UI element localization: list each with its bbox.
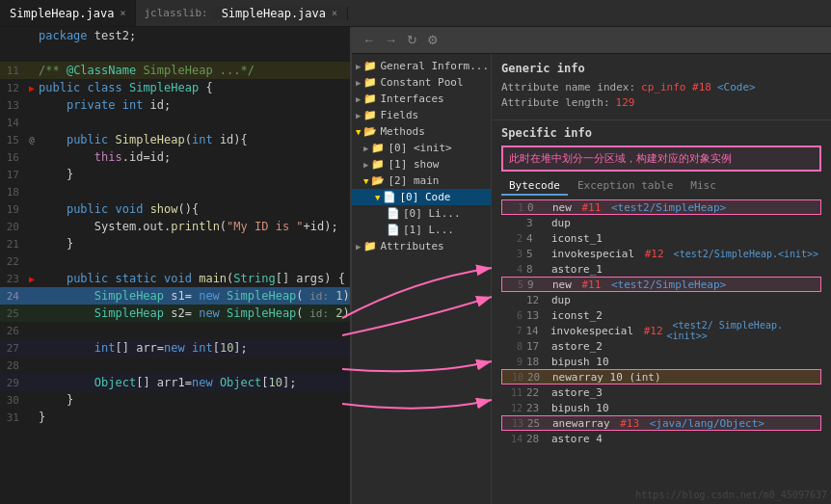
tab-bytecode[interactable]: Bytecode bbox=[501, 177, 568, 196]
bc-row-astore1: 4 8 astore_1 bbox=[501, 261, 821, 277]
tree-label-interfaces: Interfaces bbox=[380, 93, 443, 105]
folder-icon4: 📁 bbox=[363, 109, 377, 121]
bc-row-dup2: 12 dup bbox=[501, 292, 821, 307]
right-body: ▶ 📁 General Inform... ▶ 📁 Constant Pool … bbox=[352, 54, 831, 504]
tree-label-li0: [0] Li... bbox=[403, 207, 461, 220]
specific-description-box: 此时在堆中划分一分区域，构建对应的对象实例 bbox=[501, 146, 821, 172]
bc-row-newarray: 10 20 newarray 10 (int) bbox=[501, 369, 821, 385]
folder-icon2: 📁 bbox=[363, 76, 377, 89]
code-line: 21 } bbox=[0, 235, 350, 252]
arrow-icon3: ▶ bbox=[356, 94, 361, 104]
arrow-icon5: ▼ bbox=[356, 127, 361, 137]
arrow-icon: ▶ bbox=[356, 62, 361, 71]
code-line: 19 public void show(){ bbox=[0, 200, 350, 218]
watermark: https://blog.csdn.net/m0_45097637 bbox=[635, 490, 827, 500]
right-tab-label: SimpleHeap.java bbox=[222, 7, 326, 20]
tree-item-main[interactable]: ▼ 📂 [2] main bbox=[352, 172, 491, 189]
tree-label-constant-pool: Constant Pool bbox=[380, 76, 463, 89]
breakpoint-icon: ▶ bbox=[29, 83, 35, 93]
file-icon1: 📄 bbox=[383, 191, 396, 203]
bc-row-astore3: 11 22 astore_3 bbox=[501, 385, 821, 400]
file-icon3: 📄 bbox=[387, 224, 400, 236]
file-icon2: 📄 bbox=[387, 207, 400, 220]
code-line: 18 bbox=[0, 183, 350, 200]
left-tab-close[interactable]: × bbox=[120, 8, 125, 18]
code-line: 20 System.out.println("My ID is "+id); bbox=[0, 218, 350, 235]
generic-info-section: Generic info Attribute name index: cp_in… bbox=[492, 54, 831, 120]
code-line: 12 ▶ public class SimpleHeap { bbox=[0, 79, 350, 96]
tree-label-methods: Methods bbox=[380, 125, 424, 138]
tree-label-fields: Fields bbox=[380, 109, 418, 121]
attr-length-row: Attribute length: 129 bbox=[501, 96, 821, 109]
attr-name-label: Attribute name index: bbox=[501, 81, 635, 93]
tree-item-show[interactable]: ▶ 📁 [1] show bbox=[352, 156, 491, 172]
refresh-button[interactable]: ↻ bbox=[404, 31, 420, 49]
code-line: 23 ▶ public static void main(String[] ar… bbox=[0, 270, 350, 287]
bc-row-invspec2: 7 14 invokespecial #12 <test2/ SimpleHea… bbox=[501, 323, 821, 338]
tree-item-interfaces[interactable]: ▶ 📁 Interfaces bbox=[352, 91, 491, 107]
tree-item-li0[interactable]: 📄 [0] Li... bbox=[352, 205, 491, 222]
attr-name-value: cp_info #18 bbox=[641, 81, 711, 93]
code-line: 30 } bbox=[0, 391, 350, 409]
tree-label-li1: [1] L... bbox=[403, 224, 454, 236]
bc-row-dup1: 3 dup bbox=[501, 215, 821, 230]
code-line-arr1: 29 Object[] arr1=new Object[10]; bbox=[0, 374, 350, 391]
code-area: package test2; 11 /** @ClassName SimpleH… bbox=[0, 27, 350, 504]
tab-exception-table[interactable]: Exception table bbox=[570, 177, 681, 196]
folder-icon7: 📁 bbox=[371, 158, 385, 171]
forward-button[interactable]: → bbox=[382, 31, 400, 49]
attr-length-value: 129 bbox=[616, 96, 635, 109]
right-tab[interactable]: SimpleHeap.java × bbox=[212, 7, 348, 20]
arrow-icon7: ▶ bbox=[363, 160, 368, 170]
tree-item-code[interactable]: ▼ 📄 [0] Code bbox=[352, 189, 491, 205]
bc-row-astore4: 14 28 astore 4 bbox=[501, 431, 821, 446]
generic-info-title: Generic info bbox=[501, 62, 821, 75]
code-line-arr: 27 int[] arr=new int[10]; bbox=[0, 339, 350, 357]
right-tab-close[interactable]: × bbox=[332, 8, 337, 18]
title-bar: SimpleHeap.java × jclasslib: SimpleHeap.… bbox=[0, 0, 831, 27]
arrow-icon10: ▶ bbox=[356, 242, 361, 252]
tree-item-attributes[interactable]: ▶ 📁 Attributes bbox=[352, 238, 491, 254]
attr-length-label: Attribute length: bbox=[501, 96, 610, 109]
folder-icon3: 📁 bbox=[363, 93, 377, 105]
specific-info-title: Specific info bbox=[501, 126, 821, 140]
back-button[interactable]: ← bbox=[360, 31, 378, 49]
folder-icon5: 📂 bbox=[363, 125, 377, 138]
tree-panel[interactable]: ▶ 📁 General Inform... ▶ 📁 Constant Pool … bbox=[352, 54, 492, 504]
tree-label-attributes: Attributes bbox=[380, 240, 443, 252]
tab-misc[interactable]: Misc bbox=[683, 177, 724, 196]
bytecode-tabs: Bytecode Exception table Misc bbox=[501, 177, 821, 196]
code-panel: package test2; 11 /** @ClassName SimpleH… bbox=[0, 27, 352, 504]
code-line: 22 bbox=[0, 252, 350, 270]
arrow-icon8: ▼ bbox=[363, 176, 368, 186]
folder-icon8: 📂 bbox=[371, 174, 385, 187]
code-line: 16 this.id=id; bbox=[0, 148, 350, 166]
left-tab[interactable]: SimpleHeap.java × bbox=[0, 0, 136, 26]
folder-icon6: 📁 bbox=[371, 142, 385, 154]
tree-item-constant-pool[interactable]: ▶ 📁 Constant Pool bbox=[352, 74, 491, 91]
tree-item-methods[interactable]: ▼ 📂 Methods bbox=[352, 123, 491, 140]
arrow-icon2: ▶ bbox=[356, 78, 361, 88]
tree-item-general[interactable]: ▶ 📁 General Inform... bbox=[352, 58, 491, 74]
code-line: 17 } bbox=[0, 166, 350, 183]
tree-item-li1[interactable]: 📄 [1] L... bbox=[352, 222, 491, 238]
tree-label-show: [1] show bbox=[388, 158, 439, 171]
main-content: package test2; 11 /** @ClassName SimpleH… bbox=[0, 27, 831, 504]
bc-row-iconst1: 2 4 iconst_1 bbox=[501, 230, 821, 246]
bc-row-return: 15 30 return bbox=[501, 446, 821, 450]
bc-row-new2: 5 9 new #11 <test2/SimpleHeap> bbox=[501, 277, 821, 292]
tree-item-init[interactable]: ▶ 📁 [0] <init> bbox=[352, 140, 491, 156]
arrow-icon4: ▶ bbox=[356, 111, 361, 120]
arrow-icon9: ▼ bbox=[375, 193, 380, 202]
right-panel: ← → ↻ ⚙ ▶ 📁 General Inform... ▶ 📁 Consta… bbox=[352, 27, 831, 504]
settings-button[interactable]: ⚙ bbox=[424, 31, 442, 49]
bc-row-bipush1: 9 18 bipush 10 bbox=[501, 354, 821, 369]
bc-row-bipush2: 12 23 bipush 10 bbox=[501, 400, 821, 415]
right-panel-label: jclasslib: bbox=[144, 7, 207, 19]
tree-item-fields[interactable]: ▶ 📁 Fields bbox=[352, 107, 491, 123]
info-panel: Generic info Attribute name index: cp_in… bbox=[492, 54, 831, 504]
code-line: 26 bbox=[0, 322, 350, 339]
at-icon: @ bbox=[29, 135, 34, 145]
tree-label-code: [0] Code bbox=[399, 191, 450, 203]
specific-info-section: Specific info 此时在堆中划分一分区域，构建对应的对象实例 Byte… bbox=[492, 120, 831, 504]
